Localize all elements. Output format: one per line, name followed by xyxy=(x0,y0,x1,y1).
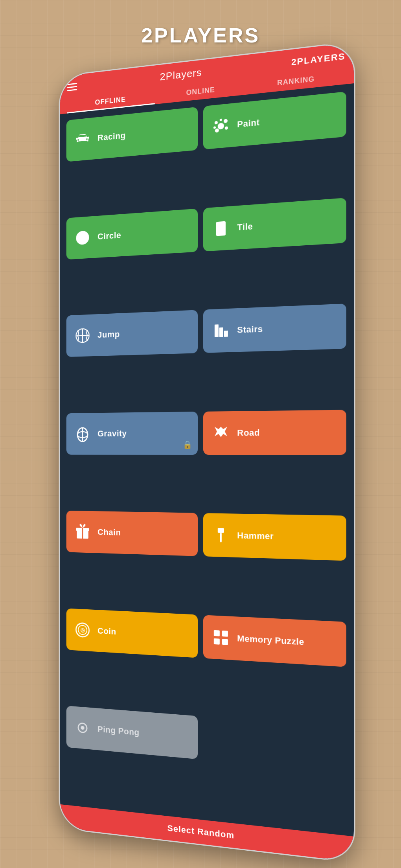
basketball-icon xyxy=(73,325,92,346)
game-card-chain[interactable]: Chain xyxy=(66,511,198,556)
app-title: 2Players xyxy=(160,66,202,83)
svg-rect-12 xyxy=(224,331,228,337)
game-label-hammer: Hammer xyxy=(237,530,274,542)
game-card-ping-pong[interactable]: Ping Pong xyxy=(66,706,198,760)
game-card-jump[interactable]: Jump xyxy=(66,310,198,357)
svg-point-3 xyxy=(225,126,228,130)
game-card-memory-puzzle[interactable]: Memory Puzzle xyxy=(203,615,346,667)
menu-button[interactable] xyxy=(67,83,77,91)
game-label-memory-puzzle: Memory Puzzle xyxy=(237,633,304,647)
coin-icon: ◎ xyxy=(73,619,92,641)
header-badge: 2PLAYERS xyxy=(291,51,346,68)
game-label-ping-pong: Ping Pong xyxy=(97,724,140,737)
svg-point-2 xyxy=(224,119,228,123)
phone-screen: 2Players 2PLAYERS OFFLINE ONLINE RANKING… xyxy=(60,42,354,862)
svg-rect-11 xyxy=(219,327,223,337)
game-label-stairs: Stairs xyxy=(237,324,263,335)
game-label-jump: Jump xyxy=(97,329,120,340)
game-card-stairs[interactable]: Stairs xyxy=(203,303,346,353)
svg-rect-22 xyxy=(220,533,222,542)
pingpong-icon xyxy=(73,717,92,739)
svg-point-31 xyxy=(81,726,84,730)
game-card-circle[interactable]: Circle xyxy=(66,208,198,259)
game-label-racing: Racing xyxy=(97,131,126,143)
game-label-coin: Coin xyxy=(97,626,116,637)
svg-point-7 xyxy=(76,230,89,245)
game-label-circle: Circle xyxy=(97,230,121,241)
cat-icon xyxy=(210,422,232,444)
svg-rect-8 xyxy=(216,221,226,236)
background-title: 2PLAYERS xyxy=(141,24,260,47)
svg-rect-10 xyxy=(215,324,219,337)
gift-icon xyxy=(73,521,92,542)
game-label-paint: Paint xyxy=(237,117,259,130)
svg-point-5 xyxy=(220,119,222,121)
game-card-paint[interactable]: Paint xyxy=(203,92,346,150)
game-card-gravity[interactable]: Gravity 🔒 xyxy=(66,412,198,455)
svg-rect-29 xyxy=(222,639,228,645)
egg-icon xyxy=(73,423,92,444)
svg-rect-21 xyxy=(218,528,224,533)
svg-point-4 xyxy=(215,129,219,133)
game-card-racing[interactable]: Racing xyxy=(66,107,198,162)
svg-point-16 xyxy=(217,431,219,433)
lock-icon: 🔒 xyxy=(183,440,193,449)
game-label-road: Road xyxy=(237,428,260,438)
splat-icon xyxy=(210,114,232,138)
svg-point-6 xyxy=(213,126,216,129)
circle-icon xyxy=(73,227,92,248)
svg-text:◎: ◎ xyxy=(80,627,85,633)
game-label-tile: Tile xyxy=(237,221,253,233)
game-card-hammer[interactable]: Hammer xyxy=(203,513,346,561)
svg-point-1 xyxy=(215,121,218,125)
game-label-gravity: Gravity xyxy=(97,428,127,439)
svg-rect-27 xyxy=(222,631,228,637)
game-card-road[interactable]: Road xyxy=(203,410,346,455)
game-label-chain: Chain xyxy=(97,527,121,538)
tile-icon xyxy=(210,217,232,240)
svg-rect-26 xyxy=(214,630,220,636)
svg-point-0 xyxy=(218,123,224,130)
svg-rect-28 xyxy=(214,638,220,645)
grid-icon xyxy=(210,626,232,649)
game-card-coin[interactable]: ◎ Coin xyxy=(66,608,198,658)
game-card-tile[interactable]: Tile xyxy=(203,198,346,252)
car-icon xyxy=(73,128,92,151)
phone-device: 2Players 2PLAYERS OFFLINE ONLINE RANKING… xyxy=(59,41,355,863)
game-list: Racing Paint xyxy=(60,83,354,837)
hammer-icon xyxy=(210,524,232,546)
stairs-icon xyxy=(210,320,232,342)
svg-point-17 xyxy=(222,431,224,433)
